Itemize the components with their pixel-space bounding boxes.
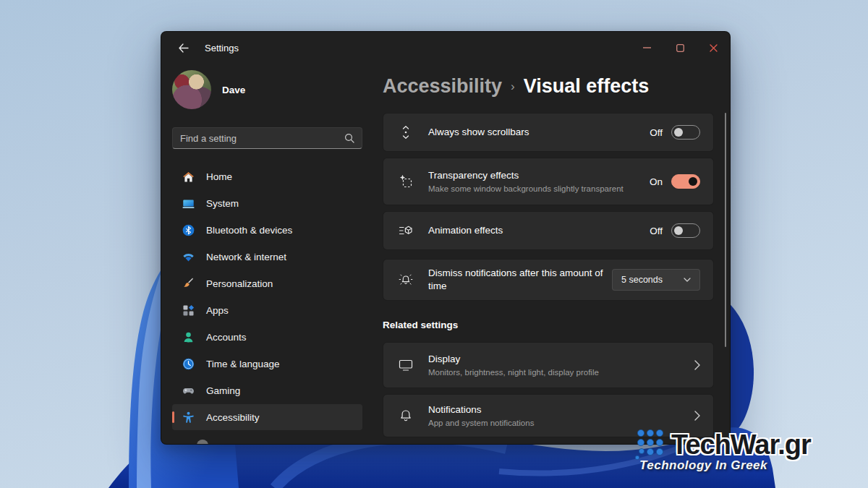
settings-list: Always show scrollbars Off Transparency … <box>383 113 714 437</box>
user-profile[interactable]: Dave <box>172 70 362 109</box>
gaming-icon <box>182 384 195 397</box>
setting-title: Always show scrollbars <box>428 126 642 139</box>
partial-icon <box>197 440 208 445</box>
user-name: Dave <box>222 85 245 95</box>
personalization-icon <box>182 277 195 290</box>
breadcrumb-separator-icon: › <box>511 72 515 100</box>
avatar <box>172 70 211 109</box>
close-icon <box>710 44 718 52</box>
toggle-state-label: Off <box>650 226 663 236</box>
network-icon <box>182 250 195 263</box>
scrollbars-toggle[interactable] <box>671 125 700 140</box>
page-title: Visual effects <box>524 73 650 99</box>
system-icon <box>182 197 195 210</box>
search-icon <box>344 133 354 143</box>
maximize-button[interactable] <box>663 32 697 64</box>
related-settings-header: Related settings <box>383 320 714 330</box>
sidebar-item-gaming[interactable]: Gaming <box>172 377 362 403</box>
animation-toggle[interactable] <box>671 223 700 238</box>
sidebar-item-accounts[interactable]: Accounts <box>172 324 362 350</box>
apps-icon <box>182 304 195 317</box>
related-card-display[interactable]: Display Monitors, brightness, night ligh… <box>383 342 714 388</box>
setting-title: Dismiss notifications after this amount … <box>428 267 605 293</box>
sidebar-item-label: Accessibility <box>206 412 260 423</box>
setting-title: Transparency effects <box>428 169 642 182</box>
maximize-icon <box>676 44 684 52</box>
dismiss-time-dropdown[interactable]: 5 seconds <box>612 269 700 291</box>
content-scrollbar[interactable] <box>725 113 726 347</box>
sidebar-item-label: Time & language <box>206 359 280 369</box>
home-icon <box>182 170 195 183</box>
setting-title: Notifications <box>428 403 687 416</box>
sidebar-item-time-language[interactable]: Time & language <box>172 351 362 377</box>
sidebar-item-label: Apps <box>206 305 229 316</box>
minimize-button[interactable] <box>630 32 663 64</box>
toggle-knob <box>674 226 683 235</box>
watermark-brand: TechWar.gr <box>671 429 811 461</box>
chevron-down-icon <box>684 278 691 282</box>
main-content: Accessibility › Visual effects Always sh… <box>371 64 730 445</box>
watermark: TechWar.gr Technology In Greek <box>632 427 868 473</box>
transparency-toggle[interactable] <box>671 174 700 189</box>
sidebar-item-apps[interactable]: Apps <box>172 297 362 323</box>
dismiss-notifications-icon <box>383 273 428 287</box>
minimize-icon <box>643 47 651 48</box>
titlebar: Settings <box>161 32 730 64</box>
dropdown-value: 5 seconds <box>621 275 663 285</box>
techwar-logo-icon <box>632 427 667 463</box>
time-language-icon <box>182 357 195 370</box>
sidebar-nav: Home System Bluetooth & devices <box>172 163 362 445</box>
setting-title: Animation effects <box>428 224 642 237</box>
search-box[interactable] <box>172 127 362 149</box>
chevron-right-icon <box>694 411 700 421</box>
sidebar-item-network[interactable]: Network & internet <box>172 244 362 270</box>
sidebar-item-label: Gaming <box>206 385 240 396</box>
setting-card-animation: Animation effects Off <box>383 211 714 250</box>
scrollbars-icon <box>383 125 428 140</box>
setting-card-dismiss-notifications: Dismiss notifications after this amount … <box>383 259 714 301</box>
sidebar-item-label: Network & internet <box>206 252 286 262</box>
toggle-knob <box>674 128 683 137</box>
sidebar-item-personalization[interactable]: Personalization <box>172 270 362 296</box>
notifications-icon <box>383 408 428 423</box>
transparency-icon <box>383 174 428 189</box>
back-arrow-icon <box>178 43 189 53</box>
chevron-right-icon <box>694 360 700 370</box>
search-input[interactable] <box>180 133 344 144</box>
sidebar-item-bluetooth[interactable]: Bluetooth & devices <box>172 217 362 243</box>
close-button[interactable] <box>697 32 730 64</box>
setting-title: Display <box>428 353 687 366</box>
accessibility-icon <box>182 411 195 424</box>
animation-icon <box>383 223 428 238</box>
sidebar-item-partial <box>172 431 362 445</box>
sidebar-item-system[interactable]: System <box>172 190 362 216</box>
back-button[interactable] <box>171 37 195 59</box>
sidebar-item-label: Home <box>206 171 232 182</box>
watermark-tagline: Technology In Greek <box>639 458 868 473</box>
sidebar-item-accessibility[interactable]: Accessibility <box>172 404 362 430</box>
settings-window: Settings Dave <box>161 31 731 445</box>
window-controls <box>630 32 730 64</box>
selected-indicator <box>172 411 174 423</box>
breadcrumb-parent[interactable]: Accessibility <box>383 73 502 99</box>
sidebar-item-label: Personalization <box>206 278 273 289</box>
sidebar-item-label: Bluetooth & devices <box>206 225 292 236</box>
setting-card-scrollbars: Always show scrollbars Off <box>383 113 714 152</box>
sidebar: Dave Home <box>161 64 371 445</box>
bluetooth-icon <box>182 223 195 236</box>
app-title: Settings <box>205 43 239 53</box>
display-icon <box>383 359 428 372</box>
toggle-state-label: Off <box>650 127 663 138</box>
setting-subtitle: Make some window backgrounds slightly tr… <box>428 184 642 194</box>
accounts-icon <box>182 330 195 343</box>
setting-card-transparency: Transparency effects Make some window ba… <box>383 158 714 205</box>
breadcrumb: Accessibility › Visual effects <box>383 72 714 100</box>
setting-subtitle: Monitors, brightness, night light, displ… <box>428 367 687 377</box>
sidebar-item-label: Accounts <box>206 332 247 343</box>
toggle-state-label: On <box>650 176 663 187</box>
toggle-knob <box>689 177 697 186</box>
sidebar-item-label: System <box>206 198 239 209</box>
sidebar-item-home[interactable]: Home <box>172 163 362 189</box>
